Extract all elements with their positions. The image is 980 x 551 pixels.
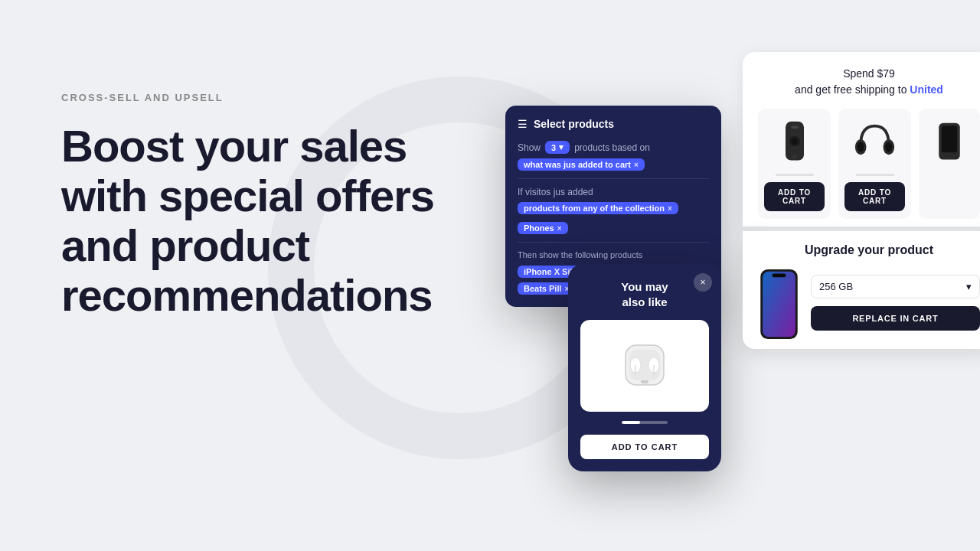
svg-point-13 [858, 142, 864, 152]
popup-title: You may also like [580, 279, 709, 309]
svg-point-9 [792, 139, 797, 144]
phones-badge[interactable]: Phones × [518, 222, 568, 234]
upgrade-options: 256 GB ▾ REPLACE IN CART [811, 275, 980, 331]
shipping-link[interactable]: United [910, 83, 943, 96]
widget-header: ☰ Select products [518, 118, 709, 130]
popup-progress-bar [622, 421, 668, 424]
popup-product-image [580, 320, 709, 412]
product-card-3-partial [919, 109, 980, 219]
product-1-image [772, 118, 818, 168]
show-label: Show [518, 142, 541, 153]
then-label: Then show the following products [518, 250, 709, 259]
show-row: Show 3 ▾ products based on what was jus … [518, 141, 709, 171]
airpods-svg [614, 335, 675, 396]
list-icon: ☰ [518, 118, 528, 130]
svg-point-11 [792, 155, 797, 159]
collection-badge[interactable]: products from any of the collection × [518, 202, 678, 214]
divider2 [518, 242, 709, 243]
svg-rect-6 [641, 380, 648, 383]
product-card-2: ADD TO CART [838, 109, 911, 219]
speaker-svg [776, 120, 814, 166]
product3-svg [934, 122, 965, 164]
category-badges: Phones × [518, 222, 709, 234]
svg-rect-20 [763, 272, 795, 337]
chevron-down-icon: ▾ [966, 281, 972, 292]
shipping-text: Spend $79 and get free shipping to Unite… [758, 66, 980, 98]
headphones-svg [854, 120, 896, 166]
popup-progress-fill [622, 421, 640, 424]
svg-rect-17 [942, 126, 957, 153]
divider1 [518, 178, 709, 179]
upgrade-card: Upgrade your product [743, 231, 980, 349]
if-label: If visitos jus added [518, 187, 593, 197]
product-2-add-to-cart[interactable]: ADD TO CART [844, 182, 905, 211]
trigger-badge[interactable]: what was jus added to cart × [518, 158, 645, 171]
widget-title: Select products [534, 118, 614, 130]
product-1-progress [776, 174, 814, 176]
products-row: ADD TO CART ADD TO [758, 109, 980, 219]
popup-add-to-cart-button[interactable]: ADD TO CART [580, 435, 709, 459]
left-section: CROSS-SELL AND UPSELL Boost your sales w… [61, 92, 505, 321]
svg-rect-21 [772, 274, 786, 278]
count-badge[interactable]: 3 ▾ [545, 141, 570, 154]
phone-image [758, 268, 800, 337]
right-panel: Spend $79 and get free shipping to Unite… [743, 52, 980, 349]
product-3-image [926, 118, 972, 168]
product-badge-3[interactable]: Beats Pill × [518, 282, 575, 295]
upgrade-title: Upgrade your product [758, 243, 980, 257]
popup-close-button[interactable]: × [694, 273, 712, 292]
headline: Boost your sales with special offers and… [61, 122, 505, 321]
svg-rect-10 [791, 126, 798, 129]
if-row: If visitos jus added products from any o… [518, 187, 709, 214]
product-1-add-to-cart[interactable]: ADD TO CART [764, 182, 825, 211]
product-2-image [852, 118, 898, 168]
replace-in-cart-button[interactable]: REPLACE IN CART [811, 306, 980, 331]
mobile-popup: × You may also like ADD TO CART [568, 264, 721, 471]
product-2-progress [856, 174, 894, 176]
storage-select[interactable]: 256 GB ▾ [811, 275, 980, 298]
section-label: CROSS-SELL AND UPSELL [61, 92, 505, 103]
product-card-1: ADD TO CART [758, 109, 831, 219]
phone-svg [758, 268, 800, 341]
upgrade-content: 256 GB ▾ REPLACE IN CART [758, 268, 980, 337]
svg-point-15 [885, 142, 892, 152]
based-on-label: products based on [574, 142, 650, 153]
shipping-card: Spend $79 and get free shipping to Unite… [743, 52, 980, 227]
